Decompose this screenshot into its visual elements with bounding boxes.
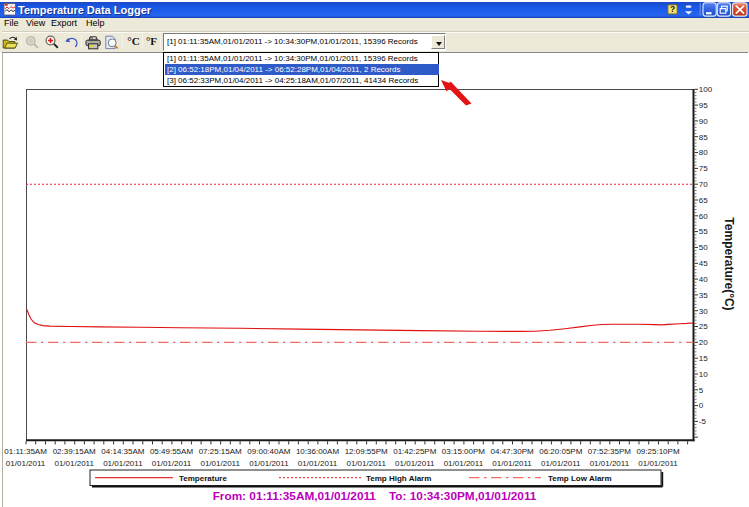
svg-text:?: ? xyxy=(670,4,675,14)
